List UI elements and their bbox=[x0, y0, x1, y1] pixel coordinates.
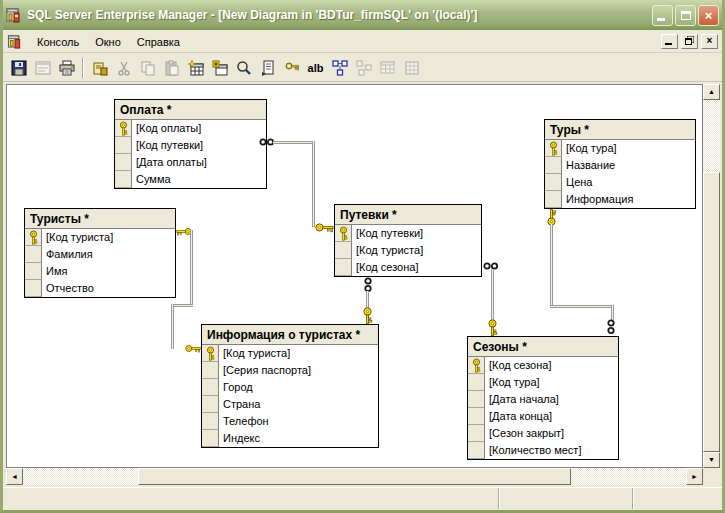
show-grid-button[interactable] bbox=[400, 57, 423, 79]
table-row[interactable]: Отчество bbox=[25, 280, 175, 297]
table-row[interactable]: Цена bbox=[545, 174, 695, 191]
db-table-putevki[interactable]: Путевки * [Код путевки] [Код туриста] [К… bbox=[334, 204, 482, 277]
row-selector[interactable] bbox=[468, 425, 485, 442]
scroll-down-button[interactable]: ▼ bbox=[703, 452, 720, 468]
table-row[interactable]: [Код тура] bbox=[468, 374, 618, 391]
table-row[interactable]: Страна bbox=[202, 396, 378, 413]
row-selector[interactable] bbox=[25, 263, 42, 280]
show-page-button[interactable] bbox=[256, 57, 279, 79]
table-row[interactable]: Фамилия bbox=[25, 246, 175, 263]
menu-item-1[interactable]: Окно bbox=[87, 33, 129, 51]
mdi-restore-button[interactable] bbox=[681, 34, 698, 49]
table-row[interactable]: [Код сезона] bbox=[335, 259, 481, 276]
diagram-canvas[interactable]: Оплата * [Код оплаты] [Код путевки] [Дат… bbox=[6, 84, 703, 468]
row-selector[interactable] bbox=[545, 157, 562, 174]
table-row[interactable]: [Количество мест] bbox=[468, 442, 618, 459]
row-selector[interactable] bbox=[335, 225, 352, 242]
scroll-left-button[interactable]: ◄ bbox=[6, 468, 23, 485]
new-table-button[interactable] bbox=[184, 57, 207, 79]
row-selector[interactable] bbox=[202, 345, 219, 362]
zoom-button[interactable] bbox=[232, 57, 255, 79]
row-selector[interactable] bbox=[468, 442, 485, 459]
row-selector[interactable] bbox=[335, 242, 352, 259]
horizontal-scrollbar[interactable]: ◄ ► bbox=[6, 468, 703, 485]
close-button[interactable]: × bbox=[698, 5, 719, 26]
row-selector[interactable] bbox=[468, 374, 485, 391]
row-selector[interactable] bbox=[468, 391, 485, 408]
table-row[interactable]: [Дата конца] bbox=[468, 408, 618, 425]
arrange-selection-button[interactable] bbox=[352, 57, 375, 79]
row-selector[interactable] bbox=[202, 379, 219, 396]
db-table-info[interactable]: Информация о туристах * [Код туриста] [С… bbox=[201, 324, 379, 448]
db-table-tury[interactable]: Туры * [Код тура] Название Цена Информац… bbox=[544, 119, 696, 209]
table-view-button[interactable] bbox=[376, 57, 399, 79]
table-row[interactable]: Имя bbox=[25, 263, 175, 280]
scroll-up-button[interactable]: ▲ bbox=[703, 84, 720, 100]
row-selector[interactable] bbox=[202, 362, 219, 379]
row-selector[interactable] bbox=[115, 171, 132, 188]
save-change-script-button[interactable] bbox=[88, 57, 111, 79]
row-selector[interactable] bbox=[115, 154, 132, 171]
arrange-tables-button[interactable] bbox=[328, 57, 351, 79]
db-table-oplata[interactable]: Оплата * [Код оплаты] [Код путевки] [Дат… bbox=[114, 99, 267, 189]
table-row[interactable]: [Серия паспорта] bbox=[202, 362, 378, 379]
row-selector[interactable] bbox=[25, 246, 42, 263]
copy-button[interactable] bbox=[136, 57, 159, 79]
db-table-turisty[interactable]: Туристы * [Код туриста] Фамилия Имя Отче… bbox=[24, 208, 176, 298]
table-row[interactable]: [Код оплаты] bbox=[115, 120, 266, 137]
table-row[interactable]: [Код туриста] bbox=[25, 229, 175, 246]
table-row[interactable]: [Код путевки] bbox=[335, 225, 481, 242]
table-row[interactable]: [Код тура] bbox=[545, 140, 695, 157]
db-table-title[interactable]: Оплата * bbox=[115, 100, 266, 120]
db-table-title[interactable]: Информация о туристах * bbox=[202, 325, 378, 345]
maximize-button[interactable] bbox=[675, 5, 696, 26]
table-row[interactable]: Телефон bbox=[202, 413, 378, 430]
properties-button[interactable] bbox=[31, 57, 54, 79]
table-row[interactable]: [Код путевки] bbox=[115, 137, 266, 154]
db-table-title[interactable]: Сезоны * bbox=[468, 337, 618, 357]
row-selector[interactable] bbox=[202, 430, 219, 447]
table-row[interactable]: Город bbox=[202, 379, 378, 396]
table-row[interactable]: [Сезон закрыт] bbox=[468, 425, 618, 442]
vertical-scrollbar[interactable]: ▲ ▼ bbox=[703, 84, 720, 468]
table-row[interactable]: [Дата начала] bbox=[468, 391, 618, 408]
table-row[interactable]: [Дата оплаты] bbox=[115, 154, 266, 171]
row-selector[interactable] bbox=[545, 174, 562, 191]
row-selector[interactable] bbox=[335, 259, 352, 276]
save-button[interactable] bbox=[7, 57, 30, 79]
paste-button[interactable] bbox=[160, 57, 183, 79]
row-selector[interactable] bbox=[545, 191, 562, 208]
db-table-sezony[interactable]: Сезоны * [Код сезона] [Код тура] [Дата н… bbox=[467, 336, 619, 460]
add-table-button[interactable] bbox=[208, 57, 231, 79]
row-selector[interactable] bbox=[25, 280, 42, 297]
menu-item-2[interactable]: Справка bbox=[129, 33, 188, 51]
set-primary-key-button[interactable] bbox=[280, 57, 303, 79]
cut-button[interactable] bbox=[112, 57, 135, 79]
table-row[interactable]: Сумма bbox=[115, 171, 266, 188]
row-selector[interactable] bbox=[468, 357, 485, 374]
db-table-title[interactable]: Туры * bbox=[545, 120, 695, 140]
vertical-scroll-thumb[interactable] bbox=[703, 172, 720, 452]
table-row[interactable]: Индекс bbox=[202, 430, 378, 447]
row-selector[interactable] bbox=[115, 120, 132, 137]
row-selector[interactable] bbox=[202, 413, 219, 430]
scroll-right-button[interactable]: ► bbox=[686, 468, 703, 485]
show-labels-button[interactable]: alb bbox=[304, 57, 327, 79]
table-row[interactable]: Название bbox=[545, 157, 695, 174]
row-selector[interactable] bbox=[468, 408, 485, 425]
table-row[interactable]: [Код туриста] bbox=[335, 242, 481, 259]
horizontal-scroll-thumb[interactable] bbox=[138, 468, 571, 485]
mdi-close-button[interactable]: × bbox=[701, 34, 718, 49]
row-selector[interactable] bbox=[202, 396, 219, 413]
table-row[interactable]: [Код туриста] bbox=[202, 345, 378, 362]
mdi-minimize-button[interactable] bbox=[661, 34, 678, 49]
table-row[interactable]: [Код сезона] bbox=[468, 357, 618, 374]
row-selector[interactable] bbox=[25, 229, 42, 246]
db-table-title[interactable]: Путевки * bbox=[335, 205, 481, 225]
minimize-button[interactable] bbox=[652, 5, 673, 26]
menu-item-0[interactable]: Консоль bbox=[29, 33, 87, 51]
row-selector[interactable] bbox=[545, 140, 562, 157]
row-selector[interactable] bbox=[115, 137, 132, 154]
print-button[interactable] bbox=[55, 57, 78, 79]
table-row[interactable]: Информация bbox=[545, 191, 695, 208]
